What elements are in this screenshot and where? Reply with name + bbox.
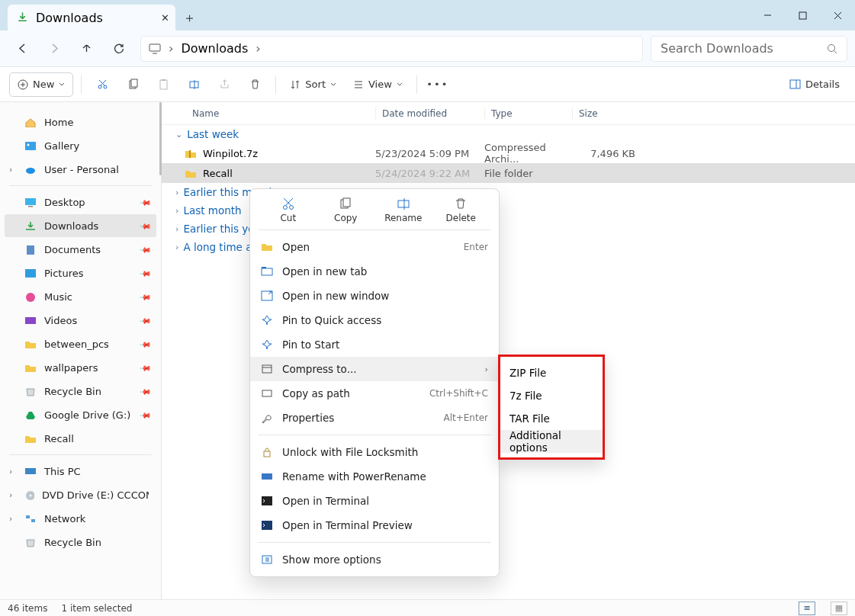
chevron-right-icon[interactable]: › — [9, 490, 12, 500]
forward-button[interactable] — [40, 35, 69, 63]
disc-icon — [24, 490, 34, 500]
breadcrumb[interactable]: › Downloads › — [140, 36, 643, 62]
ctx-rename[interactable]: Rename — [382, 197, 425, 223]
close-tab-button[interactable]: ✕ — [161, 12, 169, 24]
group-lastweek[interactable]: ⌄Last week — [162, 125, 855, 143]
ctx-properties[interactable]: PropertiesAlt+Enter — [250, 406, 499, 430]
more-button[interactable]: ••• — [425, 72, 451, 97]
svg-rect-29 — [26, 515, 30, 518]
svg-rect-35 — [343, 198, 350, 207]
back-button[interactable] — [8, 35, 37, 63]
ctx-open-window[interactable]: Open in new window — [250, 284, 499, 308]
divider — [416, 75, 417, 94]
sidebar-item-user[interactable]: ›User - Personal — [5, 158, 156, 181]
delete-button[interactable] — [242, 72, 268, 97]
col-name[interactable]: Name — [192, 108, 375, 119]
sidebar-item-wallpapers[interactable]: wallpapers📌 — [5, 356, 156, 379]
svg-rect-10 — [131, 79, 137, 87]
submenu-zip[interactable]: ZIP File — [500, 361, 603, 384]
sidebar-item-home[interactable]: Home — [5, 111, 156, 133]
chevron-right-icon[interactable]: › — [9, 165, 12, 175]
folder-icon — [24, 339, 37, 349]
copy-button[interactable] — [120, 72, 146, 97]
ctx-powerrename[interactable]: Rename with PowerRename — [250, 464, 499, 489]
sidebar-item-videos[interactable]: Videos📌 — [5, 309, 156, 332]
ctx-label: Open in Terminal Preview — [282, 519, 413, 531]
submenu-7z[interactable]: 7z File — [500, 384, 603, 407]
new-button[interactable]: New — [9, 72, 73, 97]
ctx-label: Pin to Quick access — [282, 314, 381, 326]
gdrive-icon — [24, 410, 37, 420]
sidebar-item-network[interactable]: ›Network — [5, 507, 156, 530]
sidebar-item-thispc[interactable]: ›This PC — [5, 460, 156, 483]
sort-button[interactable]: Sort — [284, 72, 342, 97]
sidebar-item-gallery[interactable]: Gallery — [5, 134, 156, 157]
sidebar-item-pictures[interactable]: Pictures📌 — [5, 261, 156, 284]
ctx-pin-start[interactable]: Pin to Start — [250, 332, 499, 357]
gallery-icon — [24, 141, 37, 151]
share-button[interactable] — [211, 72, 237, 97]
up-button[interactable] — [72, 35, 101, 63]
ctx-terminal-preview[interactable]: Open in Terminal Preview — [250, 513, 499, 537]
sidebar-item-between[interactable]: between_pcs📌 — [5, 332, 156, 355]
more-icon — [261, 554, 273, 565]
chevron-right-icon[interactable]: › — [9, 514, 12, 524]
details-pane-button[interactable]: Details — [783, 72, 846, 97]
sidebar-item-gdrive[interactable]: Google Drive (G:)📌 — [5, 403, 156, 426]
sidebar-item-recycle2[interactable]: Recycle Bin — [5, 531, 156, 553]
maximize-button[interactable] — [785, 0, 820, 30]
ctx-copy[interactable]: Copy — [324, 197, 367, 223]
svg-rect-47 — [262, 521, 272, 530]
sidebar-item-documents[interactable]: Documents📌 — [5, 238, 156, 261]
col-type[interactable]: Type — [484, 108, 572, 119]
window-icon — [261, 290, 273, 301]
view-button[interactable]: View — [347, 72, 409, 97]
sidebar-item-desktop[interactable]: Desktop📌 — [5, 191, 156, 213]
file-row-recall[interactable]: Recall 5/24/2024 9:22 AM File folder — [162, 163, 855, 183]
refresh-button[interactable] — [104, 35, 133, 63]
new-tab-button[interactable]: ＋ — [175, 5, 203, 30]
ctx-cut[interactable]: Cut — [267, 197, 310, 223]
close-window-button[interactable] — [820, 0, 855, 30]
ctx-compress[interactable]: Compress to...› — [250, 357, 499, 381]
tab-label: Downloads — [36, 11, 103, 25]
minimize-button[interactable] — [750, 0, 785, 30]
col-date[interactable]: Date modified — [375, 108, 484, 119]
sidebar-item-music[interactable]: Music📌 — [5, 285, 156, 308]
view-grid-button[interactable]: ▦ — [831, 602, 847, 615]
svg-rect-39 — [262, 267, 266, 268]
breadcrumb-current[interactable]: Downloads — [181, 41, 248, 56]
view-details-button[interactable]: ≡ — [799, 602, 815, 615]
chevron-right-icon[interactable]: › — [9, 467, 12, 476]
new-label: New — [33, 79, 54, 90]
cut-button[interactable] — [89, 72, 115, 97]
ctx-pin-quick[interactable]: Pin to Quick access — [250, 308, 499, 332]
sidebar-label: Desktop — [44, 197, 85, 208]
ctx-copy-path[interactable]: Copy as pathCtrl+Shift+C — [250, 381, 499, 406]
col-size[interactable]: Size — [572, 108, 633, 119]
videos-icon — [24, 316, 37, 326]
rename-button[interactable] — [181, 72, 207, 97]
sidebar-item-downloads[interactable]: Downloads📌 — [5, 214, 156, 237]
submenu-additional[interactable]: Additional options — [500, 430, 603, 453]
powerrename-icon — [261, 471, 273, 482]
submenu-tar[interactable]: TAR File — [500, 407, 603, 430]
column-headers[interactable]: Name Date modified Type Size — [162, 102, 855, 125]
sidebar-item-dvd[interactable]: ›DVD Drive (E:) CCCOMA_X64 — [5, 483, 156, 506]
ctx-open-tab[interactable]: Open in new tab — [250, 259, 499, 284]
chevron-right-icon: › — [256, 41, 260, 56]
context-menu: Cut Copy Rename Delete OpenEnter Open in… — [249, 188, 500, 577]
ctx-delete[interactable]: Delete — [439, 197, 482, 223]
tab-downloads[interactable]: Downloads ✕ — [8, 5, 175, 30]
ctx-locksmith[interactable]: Unlock with File Locksmith — [250, 440, 499, 464]
ctx-terminal[interactable]: Open in Terminal — [250, 489, 499, 513]
sidebar-item-recycle[interactable]: Recycle Bin📌 — [5, 380, 156, 403]
ctx-show-more[interactable]: Show more options — [250, 547, 499, 572]
ctx-open[interactable]: OpenEnter — [250, 235, 499, 259]
ctx-label: Pin to Start — [282, 338, 339, 351]
svg-line-5 — [834, 50, 837, 53]
search-input[interactable]: Search Downloads — [651, 36, 847, 62]
paste-button[interactable] — [150, 72, 176, 97]
file-row-winpilot[interactable]: Winpilot.7z 5/23/2024 5:09 PM Compressed… — [162, 143, 855, 163]
sidebar-item-recall[interactable]: Recall — [5, 427, 156, 450]
